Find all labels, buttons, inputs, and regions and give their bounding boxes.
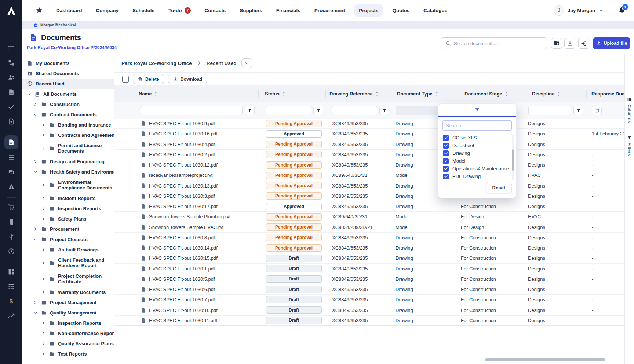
file-name[interactable]: HVAC SPEC Fit-out 1030:16.pdf [149, 131, 218, 136]
sidebar-item-recent-used[interactable]: Recent Used [22, 79, 114, 89]
chevron-icon[interactable] [41, 261, 46, 265]
finance-icon[interactable]: $ [7, 297, 16, 306]
folder-bonding-and-insurance[interactable]: Bonding and Insurance [22, 120, 114, 130]
contacts-icon[interactable] [7, 73, 16, 82]
folder-non-conformance-reports[interactable]: Non-conformance Reports [22, 328, 114, 338]
row-checkbox[interactable] [123, 183, 123, 189]
row-checkbox[interactable] [123, 266, 123, 272]
column-header-response-due-b[interactable]: Response Due B [586, 85, 624, 102]
name-filter-input[interactable] [141, 106, 243, 115]
chevron-icon[interactable] [41, 133, 46, 138]
org-chart-icon[interactable] [7, 58, 16, 67]
chevron-icon[interactable] [41, 321, 46, 325]
breadcrumb-project[interactable]: Park Royal Co-Working Office [121, 61, 192, 66]
project-link[interactable]: Park Royal Co-Working Office P/2024/M034 [27, 45, 117, 50]
row-checkbox[interactable] [123, 152, 123, 158]
row-checkbox[interactable] [123, 193, 123, 199]
chevron-icon[interactable] [41, 183, 46, 188]
folder-inspection-reports[interactable]: Inspection Reports [22, 318, 114, 328]
chevron-icon[interactable] [33, 170, 38, 174]
folder-environmental-compliance-documents[interactable]: Environmental Compliance Documents [22, 177, 114, 193]
nav-item-contacts[interactable]: Contacts [200, 4, 230, 17]
file-name[interactable]: Snowdon Towers Sample Plumbing.rvt [149, 214, 230, 219]
drawing-reference-filter-input[interactable] [332, 106, 377, 115]
file-name[interactable]: HVAC SPEC Fit-out 1030:9.pdf [149, 121, 215, 126]
chevron-icon[interactable] [33, 237, 38, 242]
checked-checkbox[interactable] [443, 143, 449, 149]
org-name[interactable]: Morgan Mechanical [40, 23, 76, 27]
apps-icon[interactable] [7, 267, 16, 276]
analytics-icon[interactable] [7, 312, 16, 320]
folder-safety-plans[interactable]: Safety Plans [22, 214, 114, 224]
dropdown-option-drawing[interactable]: Drawing [443, 149, 516, 157]
folder-contracts-and-agreements[interactable]: Contracts and Agreements [22, 130, 114, 140]
folder-quality-assurance-plans[interactable]: Quality Assurance Plans [22, 338, 114, 349]
file-name[interactable]: HVAC SPEC Fit-out 1030:7.pdf [149, 297, 215, 302]
file-name[interactable]: HVAC SPEC Fit-out 1030:3.pdf [149, 193, 215, 199]
dropdown-option-model[interactable]: Model [443, 157, 516, 165]
breadcrumb-dropdown-button[interactable] [241, 58, 252, 68]
status-filter-button[interactable] [313, 106, 323, 115]
chevron-icon[interactable] [33, 227, 38, 232]
row-checkbox[interactable] [123, 141, 123, 148]
filters-panel-tab[interactable]: Filters [625, 135, 634, 156]
notes-icon[interactable] [7, 88, 16, 97]
nav-item-financials[interactable]: Financials [272, 4, 305, 17]
file-name[interactable]: HVAC SPEC Fit-out 1030:5.pdf [149, 276, 215, 282]
dropdown-option-cobie-xls[interactable]: COBie XLS [443, 134, 516, 142]
discipline-filter-button[interactable] [573, 106, 583, 115]
file-name[interactable]: HVAC SPEC Fit-out 1030:1.pdf [149, 266, 215, 272]
file-name[interactable]: HVAC SPEC Fit-out 1030:6.pdf [149, 287, 215, 292]
documents-search-input[interactable] [451, 41, 547, 46]
column-header-document-type[interactable]: Document Type [391, 85, 458, 102]
checked-checkbox[interactable] [443, 158, 449, 164]
approvals-icon[interactable] [7, 102, 16, 111]
upload-file-button[interactable]: Upload file [593, 37, 630, 49]
allocations-icon[interactable] [7, 232, 16, 241]
document-type-filter-input[interactable] [396, 106, 442, 115]
notifications-bell[interactable]: 2 [618, 6, 626, 14]
status-filter-input[interactable] [266, 106, 311, 115]
select-all-checkbox[interactable] [122, 76, 129, 83]
folder-procurement[interactable]: Procurement [22, 224, 114, 234]
folder-project-closeout[interactable]: Project Closeout [22, 234, 114, 244]
row-checkbox[interactable] [123, 131, 123, 137]
dropdown-scrollbar-thumb[interactable] [512, 149, 514, 171]
column-header-status[interactable]: Status [258, 85, 325, 102]
chevron-icon[interactable] [41, 206, 46, 211]
sidebar-item-my-documents[interactable]: My Documents [22, 58, 114, 68]
row-checkbox[interactable] [123, 203, 123, 210]
row-checkbox[interactable] [123, 120, 123, 127]
sort-icon[interactable] [557, 91, 560, 97]
file-name[interactable]: HVAC SPEC Fit-out 1030:8.pdf [149, 235, 215, 240]
chevron-icon[interactable] [33, 159, 38, 164]
nav-item-procurement[interactable]: Procurement [310, 4, 349, 17]
columns-panel-tab[interactable]: Columns [625, 97, 634, 123]
chevron-icon[interactable] [41, 216, 46, 221]
checked-checkbox[interactable] [443, 150, 449, 156]
chevron-icon[interactable] [33, 102, 38, 107]
nav-item-suppliers[interactable]: Suppliers [235, 4, 267, 17]
chevron-icon[interactable] [33, 300, 38, 305]
list-rows-icon[interactable] [7, 153, 16, 162]
discipline-filter-input[interactable] [528, 106, 571, 115]
download-selected-button[interactable]: Download [168, 74, 207, 84]
delete-button[interactable]: Delete [133, 74, 164, 84]
folder-test-reports[interactable]: Test Reports [22, 349, 114, 359]
dropdown-search-input[interactable] [442, 120, 512, 131]
breadcrumb-folder[interactable]: Recent Used [207, 61, 237, 66]
folder-warranty-documents[interactable]: Warranty Documents [22, 287, 114, 297]
row-checkbox[interactable] [123, 276, 123, 282]
chevron-icon[interactable] [33, 310, 38, 315]
file-name[interactable]: HVAC SPEC Fit-out 1030:11.pdf [149, 318, 217, 323]
sort-icon[interactable] [435, 91, 438, 97]
dropdown-option-pdf-drawing[interactable]: PDF Drawing [443, 172, 516, 180]
row-checkbox[interactable] [123, 245, 123, 251]
sort-icon[interactable] [505, 91, 508, 97]
folder-project-completion-certificate[interactable]: Project Completion Certificate [22, 271, 114, 287]
row-checkbox[interactable] [123, 234, 123, 241]
file-name[interactable]: HVAC SPEC Fit-out 1030:13.pdf [149, 183, 218, 189]
invoices-icon[interactable] [7, 218, 16, 226]
file-name[interactable]: HVAC SPEC Fit-out 1030:2.pdf [149, 152, 215, 157]
purchases-icon[interactable] [7, 203, 16, 212]
